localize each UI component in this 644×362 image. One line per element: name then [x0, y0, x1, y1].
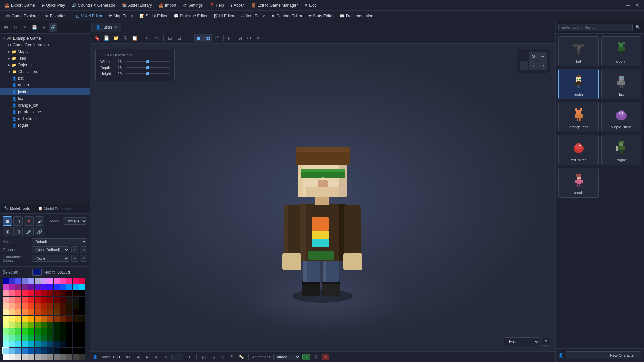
- char-card-bat[interactable]: bat: [558, 36, 599, 66]
- mode-select[interactable]: Box (B) Voxel Face: [63, 217, 87, 225]
- char-card-purple_slime[interactable]: purple_slime: [601, 102, 642, 132]
- color-swatch-7-2[interactable]: [15, 322, 21, 328]
- color-swatch-6-5[interactable]: [35, 316, 41, 322]
- tab-justin-close[interactable]: ✕: [114, 26, 117, 29]
- anim-del-btn[interactable]: ✕: [322, 354, 329, 360]
- lt-star-btn[interactable]: ★: [40, 23, 48, 32]
- color-swatch-10-8[interactable]: [54, 341, 60, 347]
- color-swatch-7-9[interactable]: [60, 322, 66, 328]
- color-swatch-7-5[interactable]: [35, 322, 41, 328]
- color-swatch-2-5[interactable]: [35, 290, 41, 296]
- tree-tiles[interactable]: ▶ 📁 Tiles: [0, 55, 90, 62]
- color-swatch-6-7[interactable]: [47, 316, 53, 322]
- color-swatch-8-8[interactable]: [54, 328, 60, 335]
- color-swatch-8-4[interactable]: [28, 328, 34, 335]
- color-swatch-4-12[interactable]: [79, 303, 85, 309]
- color-swatch-6-3[interactable]: [22, 316, 28, 322]
- etb-rotate[interactable]: ↺: [213, 34, 221, 42]
- color-swatch-12-5[interactable]: [35, 354, 41, 360]
- tool-link[interactable]: 🔗: [35, 227, 44, 236]
- anim-keyframe3[interactable]: ◳: [219, 353, 226, 361]
- color-swatch-1-2[interactable]: [15, 284, 21, 290]
- color-swatch-11-3[interactable]: [22, 348, 28, 354]
- lt-icon-btn[interactable]: 🎮: [2, 23, 10, 32]
- tool-select-box[interactable]: ⊟: [13, 227, 23, 236]
- color-swatch-3-2[interactable]: [15, 297, 21, 303]
- toolbar-voxel-editor[interactable]: ◻ Voxel Editor: [73, 13, 105, 19]
- color-swatch-5-1[interactable]: [9, 309, 15, 315]
- tab-model-tools[interactable]: 🔧 Model Tools: [0, 204, 34, 213]
- color-swatch-9-9[interactable]: [60, 335, 66, 341]
- color-swatch-1-3[interactable]: [22, 284, 28, 290]
- char-card-justin[interactable]: justin: [558, 69, 599, 99]
- color-swatch-12-0[interactable]: [3, 354, 9, 360]
- window-close[interactable]: ✕: [632, 2, 642, 8]
- color-swatch-5-10[interactable]: [66, 309, 72, 315]
- color-swatch-6-4[interactable]: [28, 316, 34, 322]
- height-slider[interactable]: [126, 73, 170, 74]
- color-swatch-7-11[interactable]: [73, 322, 79, 328]
- etb-copy[interactable]: ⎘: [121, 34, 129, 42]
- color-swatch-12-1[interactable]: [9, 354, 15, 360]
- color-swatch-2-7[interactable]: [47, 290, 53, 296]
- color-swatch-0-3[interactable]: [22, 278, 28, 284]
- color-swatch-1-10[interactable]: [66, 284, 72, 290]
- color-swatch-9-0[interactable]: [3, 335, 9, 341]
- color-swatch-4-7[interactable]: [47, 303, 53, 309]
- tag-search-input[interactable]: [558, 24, 633, 31]
- tree-maps[interactable]: ▶ 📁 Maps: [0, 48, 90, 55]
- color-swatch-6-9[interactable]: [60, 316, 66, 322]
- color-swatch-9-10[interactable]: [66, 335, 72, 341]
- color-swatch-3-9[interactable]: [60, 297, 66, 303]
- color-swatch-10-12[interactable]: [79, 341, 85, 347]
- color-swatch-5-7[interactable]: [47, 309, 53, 315]
- color-swatch-6-0[interactable]: [3, 316, 9, 322]
- menu-settings[interactable]: ⚙ Settings: [180, 2, 205, 9]
- color-swatch-2-8[interactable]: [54, 290, 60, 296]
- tree-root[interactable]: ▼ 🎮 Example Game: [0, 35, 90, 42]
- color-swatch-1-1[interactable]: [9, 284, 15, 290]
- groups-select[interactable]: (None Defined): [32, 246, 69, 253]
- color-swatch-6-8[interactable]: [54, 316, 60, 322]
- color-swatch-11-0[interactable]: [3, 348, 9, 354]
- color-swatch-5-2[interactable]: [15, 309, 21, 315]
- color-swatch-1-7[interactable]: [47, 284, 53, 290]
- color-swatch-11-1[interactable]: [9, 348, 15, 354]
- toolbar-ui-editor[interactable]: 🖼 UI Editor: [211, 13, 237, 19]
- color-swatch-12-9[interactable]: [60, 354, 66, 360]
- color-swatch-8-2[interactable]: [15, 328, 21, 335]
- color-swatch-8-12[interactable]: [79, 328, 85, 335]
- etb-frame2[interactable]: ◲: [235, 34, 244, 42]
- color-swatch-9-3[interactable]: [22, 335, 28, 341]
- color-swatch-11-2[interactable]: [15, 348, 21, 354]
- vc-orbit-left[interactable]: ←: [520, 61, 528, 70]
- color-swatch-9-5[interactable]: [35, 335, 41, 341]
- vc-rotate-down[interactable]: ↓: [529, 61, 538, 70]
- tree-char-goblin[interactable]: 👤 goblin: [0, 82, 90, 88]
- color-swatch-4-4[interactable]: [28, 303, 34, 309]
- color-swatch-3-6[interactable]: [41, 297, 47, 303]
- anim-last-btn[interactable]: ⏭: [153, 353, 160, 361]
- toolbar-combat-editor[interactable]: 🗡 Combat Editor: [268, 13, 305, 19]
- color-swatch-12-11[interactable]: [73, 354, 79, 360]
- color-swatch-6-6[interactable]: [41, 316, 47, 322]
- toolbar-game-explorer[interactable]: 🎮 Game Explorer: [3, 13, 42, 19]
- color-swatch-9-4[interactable]: [28, 335, 34, 341]
- color-swatch-1-12[interactable]: [79, 284, 85, 290]
- color-swatch-1-0[interactable]: [3, 284, 9, 290]
- depth-slider[interactable]: [126, 67, 170, 68]
- color-swatch-8-0[interactable]: [3, 328, 9, 335]
- color-swatch-0-2[interactable]: [15, 278, 21, 284]
- color-swatch-9-8[interactable]: [54, 335, 60, 341]
- search-btn[interactable]: 🔍: [634, 24, 641, 31]
- color-swatch-7-12[interactable]: [79, 322, 85, 328]
- etb-save[interactable]: 💾: [102, 34, 111, 42]
- color-swatch-3-11[interactable]: [73, 297, 79, 303]
- color-swatch-10-6[interactable]: [41, 341, 47, 347]
- tree-char-bat[interactable]: 👤 bat: [0, 75, 90, 82]
- color-swatch-0-11[interactable]: [73, 278, 79, 284]
- color-swatch-9-2[interactable]: [15, 335, 21, 341]
- color-swatch-2-3[interactable]: [22, 290, 28, 296]
- color-swatch-2-4[interactable]: [28, 290, 34, 296]
- color-swatch-7-7[interactable]: [47, 322, 53, 328]
